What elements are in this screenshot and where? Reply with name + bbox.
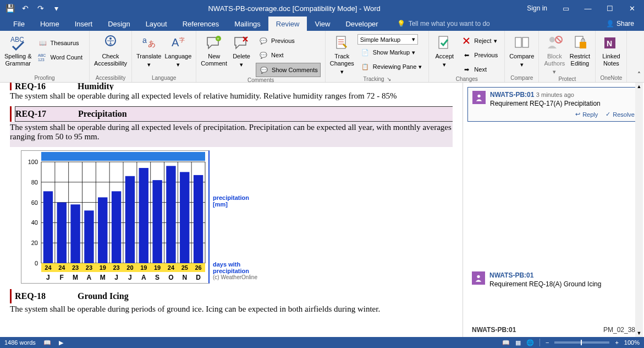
chevron-down-icon: ▾ (553, 68, 556, 75)
collapse-ribbon-icon[interactable]: ˄ (634, 31, 644, 82)
zoom-slider[interactable] (554, 341, 609, 344)
lock-icon (571, 34, 588, 52)
markup-dropdown[interactable]: Simple Markup▾ (357, 34, 418, 45)
wordcount-label: Word Count (51, 54, 83, 61)
language-group-label: Language (152, 75, 177, 82)
thesaurus-button[interactable]: 📖Thesaurus (35, 36, 85, 50)
zoom-in-button[interactable]: + (615, 339, 618, 346)
reviewing-pane-button[interactable]: 📋Reviewing Pane▾ (357, 60, 425, 73)
comments-scrollbar[interactable]: ▲ ▼ (635, 83, 643, 337)
minimize-icon[interactable]: — (580, 4, 596, 13)
view-print-icon[interactable]: ▦ (515, 339, 521, 346)
svg-rect-51 (98, 197, 107, 263)
svg-point-85 (477, 275, 480, 278)
status-spell-icon[interactable]: 📖 (43, 339, 51, 346)
language-button[interactable]: A字 Language▾ (164, 34, 191, 68)
track-changes-button[interactable]: Track Changes▾ (330, 34, 354, 76)
share-button[interactable]: 👤 Share (601, 17, 640, 31)
req18-num: REQ-18 (15, 291, 75, 301)
compare-button[interactable]: Compare▾ (509, 34, 534, 68)
spelling-label: Spelling & Grammar (4, 53, 32, 67)
redo-icon[interactable]: ↷ (35, 3, 46, 14)
svg-rect-58 (194, 175, 203, 263)
resolve-icon: ✓ (606, 111, 610, 118)
svg-text:D: D (196, 274, 201, 281)
tab-layout[interactable]: Layout (138, 17, 175, 31)
reply-button[interactable]: ↩Reply (575, 111, 598, 118)
next-comment-label: Next (271, 52, 284, 58)
show-markup-label: Show Markup (373, 49, 410, 56)
avatar-icon (472, 271, 485, 285)
tell-me-placeholder: Tell me what you want to do (409, 20, 490, 28)
close-icon[interactable]: ✕ (624, 4, 640, 13)
undo-icon[interactable]: ↶ (20, 3, 31, 14)
reject-label: Reject (474, 37, 491, 44)
language-label: Language (164, 53, 191, 60)
spelling-grammar-button[interactable]: ABC Spelling & Grammar (4, 34, 32, 67)
comment-1-text: Requirement REQ-17(A) Precipitation (490, 100, 601, 107)
view-read-icon[interactable]: 📖 (502, 339, 510, 346)
ribbon-options-icon[interactable]: ▭ (558, 4, 574, 13)
sign-in-link[interactable]: Sign in (527, 4, 547, 12)
share-label: Share (617, 20, 634, 28)
avatar-icon (472, 91, 486, 104)
tab-insert[interactable]: Insert (67, 17, 101, 31)
delete-comment-button[interactable]: Delete▾ (230, 34, 252, 68)
tab-mailings[interactable]: Mailings (227, 17, 268, 31)
svg-text:A: A (141, 274, 146, 281)
legend-precip: precipitation (213, 194, 257, 201)
chevron-down-icon: ▾ (340, 68, 344, 75)
accept-button[interactable]: Accept▾ (433, 34, 455, 68)
maximize-icon[interactable]: ☐ (602, 4, 618, 13)
check-accessibility-button[interactable]: Check Accessibility (94, 34, 127, 67)
linked-notes-button[interactable]: N Linked Notes (600, 34, 622, 67)
tab-view[interactable]: View (307, 17, 338, 31)
tab-design[interactable]: Design (100, 17, 137, 31)
track-icon (333, 34, 351, 52)
zoom-out-button[interactable]: − (546, 339, 549, 346)
tab-home[interactable]: Home (32, 17, 67, 31)
next-comment-button[interactable]: 💬Next (256, 48, 321, 62)
zoom-level[interactable]: 100% (624, 339, 640, 346)
delete-icon (233, 34, 250, 52)
previous-comment-button[interactable]: 💬Previous (256, 34, 321, 47)
markup-value: Simple Markup (360, 36, 400, 43)
previous-change-button[interactable]: ⬅Previous (459, 48, 500, 62)
svg-text:S: S (155, 274, 159, 281)
qat-more-icon[interactable]: ▾ (51, 3, 62, 14)
dialog-launcher-icon[interactable]: ↘ (387, 76, 391, 82)
next-change-button[interactable]: ➡Next (459, 63, 500, 76)
svg-rect-18 (580, 42, 586, 48)
status-macro-icon[interactable]: ▶ (59, 339, 63, 346)
req16-body: The system shall be operable during all … (10, 90, 453, 106)
svg-point-4 (109, 37, 112, 40)
pane-icon: 📋 (360, 61, 371, 72)
svg-text:100: 100 (28, 159, 38, 165)
status-word-count[interactable]: 1486 words (4, 339, 36, 346)
tab-developer[interactable]: Developer (338, 17, 386, 31)
reject-icon (461, 35, 472, 46)
tell-me-search[interactable]: 💡 Tell me what you want to do (386, 17, 490, 31)
translate-button[interactable]: aあ Translate▾ (136, 34, 161, 68)
svg-rect-11 (337, 36, 345, 48)
block-authors-button[interactable]: Block Authors▾ (543, 34, 565, 76)
new-comment-button[interactable]: + New Comment (201, 34, 227, 67)
svg-text:23: 23 (72, 264, 79, 271)
restrict-editing-button[interactable]: Restrict Editing (569, 34, 591, 67)
show-markup-button[interactable]: 📄Show Markup▾ (357, 46, 425, 59)
show-comments-button[interactable]: 💬Show Comments (256, 63, 321, 77)
svg-text:J: J (46, 274, 50, 281)
accessibility-icon (102, 34, 119, 52)
comment-1[interactable]: NWATS-PB:01 3 minutes ago Requirement RE… (467, 87, 640, 122)
resolve-button[interactable]: ✓Resolve (606, 111, 635, 118)
tab-file[interactable]: File (5, 17, 32, 31)
tab-references[interactable]: References (175, 17, 227, 31)
reject-button[interactable]: Reject▾ (459, 34, 500, 47)
view-web-icon[interactable]: 🌐 (526, 339, 534, 346)
comment-2[interactable]: NWATS-PB:01 Requirement REQ-18(A) Ground… (467, 268, 640, 291)
tab-review[interactable]: Review (268, 17, 307, 31)
save-icon[interactable]: 💾 (4, 3, 15, 14)
svg-text:19: 19 (154, 264, 161, 271)
word-count-button[interactable]: ABC123Word Count (35, 51, 85, 64)
req16-num: REQ-16 (15, 83, 75, 90)
